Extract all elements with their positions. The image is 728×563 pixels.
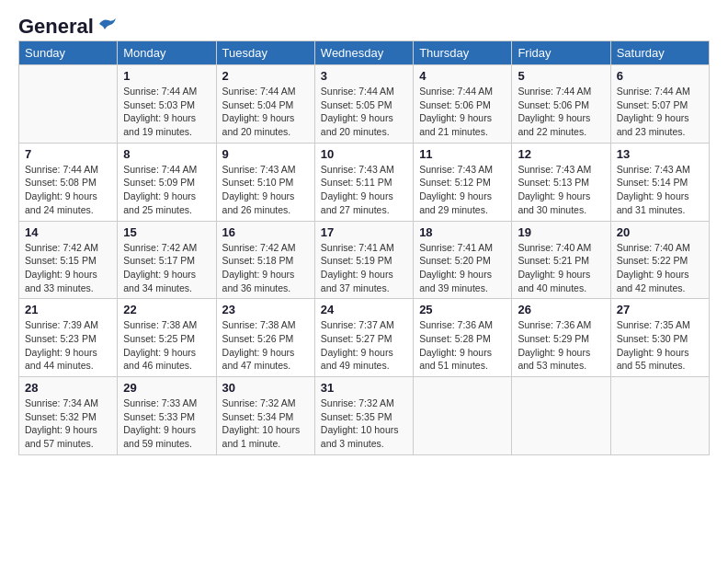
calendar-cell: 16Sunrise: 7:42 AMSunset: 5:18 PMDayligh… xyxy=(216,221,314,299)
week-row-5: 28Sunrise: 7:34 AMSunset: 5:32 PMDayligh… xyxy=(19,377,710,455)
daylight-text: Daylight: 9 hours and 46 minutes. xyxy=(123,346,210,373)
sunset-text: Sunset: 5:29 PM xyxy=(518,332,604,346)
sunset-text: Sunset: 5:26 PM xyxy=(222,332,309,346)
sunset-text: Sunset: 5:21 PM xyxy=(518,254,604,268)
week-row-1: 1Sunrise: 7:44 AMSunset: 5:03 PMDaylight… xyxy=(19,65,710,144)
day-info: Sunrise: 7:32 AMSunset: 5:34 PMDaylight:… xyxy=(222,396,309,451)
sunrise-text: Sunrise: 7:44 AM xyxy=(617,85,703,98)
day-info: Sunrise: 7:40 AMSunset: 5:22 PMDaylight:… xyxy=(617,241,703,295)
sunset-text: Sunset: 5:35 PM xyxy=(321,410,407,424)
day-info: Sunrise: 7:37 AMSunset: 5:27 PMDaylight:… xyxy=(321,318,407,373)
calendar-cell xyxy=(414,377,512,455)
sunset-text: Sunset: 5:27 PM xyxy=(321,332,407,346)
day-number: 21 xyxy=(25,303,111,316)
calendar-cell: 28Sunrise: 7:34 AMSunset: 5:32 PMDayligh… xyxy=(19,377,118,455)
day-info: Sunrise: 7:42 AMSunset: 5:17 PMDaylight:… xyxy=(123,241,210,295)
sunrise-text: Sunrise: 7:36 AM xyxy=(518,318,604,332)
daylight-text: Daylight: 9 hours and 20 minutes. xyxy=(321,111,407,138)
daylight-text: Daylight: 9 hours and 42 minutes. xyxy=(617,268,703,294)
weekday-header-thursday: Thursday xyxy=(414,41,512,65)
day-info: Sunrise: 7:32 AMSunset: 5:35 PMDaylight:… xyxy=(321,396,407,451)
day-number: 30 xyxy=(222,381,309,395)
sunset-text: Sunset: 5:04 PM xyxy=(222,98,309,112)
weekday-header-friday: Friday xyxy=(512,41,610,65)
sunrise-text: Sunrise: 7:32 AM xyxy=(222,396,309,410)
sunrise-text: Sunrise: 7:42 AM xyxy=(222,241,309,255)
day-info: Sunrise: 7:44 AMSunset: 5:03 PMDaylight:… xyxy=(123,85,210,139)
day-number: 28 xyxy=(25,381,111,395)
day-info: Sunrise: 7:35 AMSunset: 5:30 PMDaylight:… xyxy=(617,318,703,373)
calendar-cell: 1Sunrise: 7:44 AMSunset: 5:03 PMDaylight… xyxy=(118,65,216,144)
sunrise-text: Sunrise: 7:33 AM xyxy=(123,396,210,410)
sunrise-text: Sunrise: 7:43 AM xyxy=(321,163,407,177)
day-info: Sunrise: 7:33 AMSunset: 5:33 PMDaylight:… xyxy=(123,396,210,451)
sunrise-text: Sunrise: 7:38 AM xyxy=(222,318,309,332)
calendar-cell: 15Sunrise: 7:42 AMSunset: 5:17 PMDayligh… xyxy=(118,221,216,299)
day-number: 29 xyxy=(123,381,210,395)
weekday-header-tuesday: Tuesday xyxy=(216,41,314,65)
sunset-text: Sunset: 5:25 PM xyxy=(123,332,210,346)
day-number: 27 xyxy=(617,303,703,316)
calendar-cell: 18Sunrise: 7:41 AMSunset: 5:20 PMDayligh… xyxy=(414,221,512,299)
daylight-text: Daylight: 9 hours and 49 minutes. xyxy=(321,346,407,373)
calendar-cell: 3Sunrise: 7:44 AMSunset: 5:05 PMDaylight… xyxy=(314,65,413,144)
calendar-cell: 2Sunrise: 7:44 AMSunset: 5:04 PMDaylight… xyxy=(216,65,314,144)
logo-text-general: General xyxy=(18,15,94,39)
sunrise-text: Sunrise: 7:44 AM xyxy=(123,85,210,98)
calendar-cell: 11Sunrise: 7:43 AMSunset: 5:12 PMDayligh… xyxy=(414,143,512,221)
daylight-text: Daylight: 9 hours and 34 minutes. xyxy=(123,268,210,294)
sunrise-text: Sunrise: 7:44 AM xyxy=(419,85,506,98)
sunrise-text: Sunrise: 7:35 AM xyxy=(617,318,703,332)
sunset-text: Sunset: 5:14 PM xyxy=(617,176,703,190)
daylight-text: Daylight: 9 hours and 22 minutes. xyxy=(518,111,604,138)
sunrise-text: Sunrise: 7:41 AM xyxy=(321,241,407,255)
sunrise-text: Sunrise: 7:44 AM xyxy=(25,163,111,177)
day-number: 1 xyxy=(123,69,210,83)
daylight-text: Daylight: 9 hours and 24 minutes. xyxy=(25,190,111,216)
day-info: Sunrise: 7:44 AMSunset: 5:05 PMDaylight:… xyxy=(321,85,407,139)
day-info: Sunrise: 7:36 AMSunset: 5:29 PMDaylight:… xyxy=(518,318,604,373)
calendar-cell xyxy=(19,65,118,144)
day-number: 2 xyxy=(222,69,309,83)
daylight-text: Daylight: 9 hours and 47 minutes. xyxy=(222,346,309,373)
day-number: 11 xyxy=(419,147,506,161)
calendar-cell: 30Sunrise: 7:32 AMSunset: 5:34 PMDayligh… xyxy=(216,377,314,455)
weekday-header-row: SundayMondayTuesdayWednesdayThursdayFrid… xyxy=(19,41,710,65)
sunset-text: Sunset: 5:33 PM xyxy=(123,410,210,424)
daylight-text: Daylight: 9 hours and 25 minutes. xyxy=(123,190,210,216)
daylight-text: Daylight: 9 hours and 57 minutes. xyxy=(25,423,111,450)
day-number: 4 xyxy=(419,69,506,83)
day-number: 16 xyxy=(222,225,309,239)
sunset-text: Sunset: 5:32 PM xyxy=(25,410,111,424)
day-info: Sunrise: 7:40 AMSunset: 5:21 PMDaylight:… xyxy=(518,241,604,295)
day-info: Sunrise: 7:38 AMSunset: 5:26 PMDaylight:… xyxy=(222,318,309,373)
day-number: 18 xyxy=(419,225,506,239)
daylight-text: Daylight: 9 hours and 20 minutes. xyxy=(222,111,309,138)
sunset-text: Sunset: 5:17 PM xyxy=(123,254,210,268)
sunrise-text: Sunrise: 7:44 AM xyxy=(321,85,407,98)
calendar-cell: 31Sunrise: 7:32 AMSunset: 5:35 PMDayligh… xyxy=(314,377,413,455)
daylight-text: Daylight: 9 hours and 21 minutes. xyxy=(419,111,506,138)
sunrise-text: Sunrise: 7:40 AM xyxy=(518,241,604,255)
day-number: 13 xyxy=(617,147,703,161)
daylight-text: Daylight: 9 hours and 59 minutes. xyxy=(123,423,210,450)
sunset-text: Sunset: 5:06 PM xyxy=(419,98,506,112)
day-info: Sunrise: 7:36 AMSunset: 5:28 PMDaylight:… xyxy=(419,318,506,373)
day-info: Sunrise: 7:44 AMSunset: 5:04 PMDaylight:… xyxy=(222,85,309,139)
sunset-text: Sunset: 5:12 PM xyxy=(419,176,506,190)
sunrise-text: Sunrise: 7:44 AM xyxy=(222,85,309,98)
day-info: Sunrise: 7:44 AMSunset: 5:08 PMDaylight:… xyxy=(25,163,111,217)
sunset-text: Sunset: 5:19 PM xyxy=(321,254,407,268)
day-number: 15 xyxy=(123,225,210,239)
week-row-3: 14Sunrise: 7:42 AMSunset: 5:15 PMDayligh… xyxy=(19,221,710,299)
day-info: Sunrise: 7:43 AMSunset: 5:13 PMDaylight:… xyxy=(518,163,604,217)
day-number: 23 xyxy=(222,303,309,316)
sunrise-text: Sunrise: 7:44 AM xyxy=(123,163,210,177)
daylight-text: Daylight: 9 hours and 29 minutes. xyxy=(419,190,506,216)
sunset-text: Sunset: 5:30 PM xyxy=(617,332,703,346)
day-info: Sunrise: 7:43 AMSunset: 5:12 PMDaylight:… xyxy=(419,163,506,217)
calendar-cell xyxy=(610,377,709,455)
daylight-text: Daylight: 9 hours and 39 minutes. xyxy=(419,268,506,294)
daylight-text: Daylight: 10 hours and 3 minutes. xyxy=(321,423,407,450)
day-number: 19 xyxy=(518,225,604,239)
